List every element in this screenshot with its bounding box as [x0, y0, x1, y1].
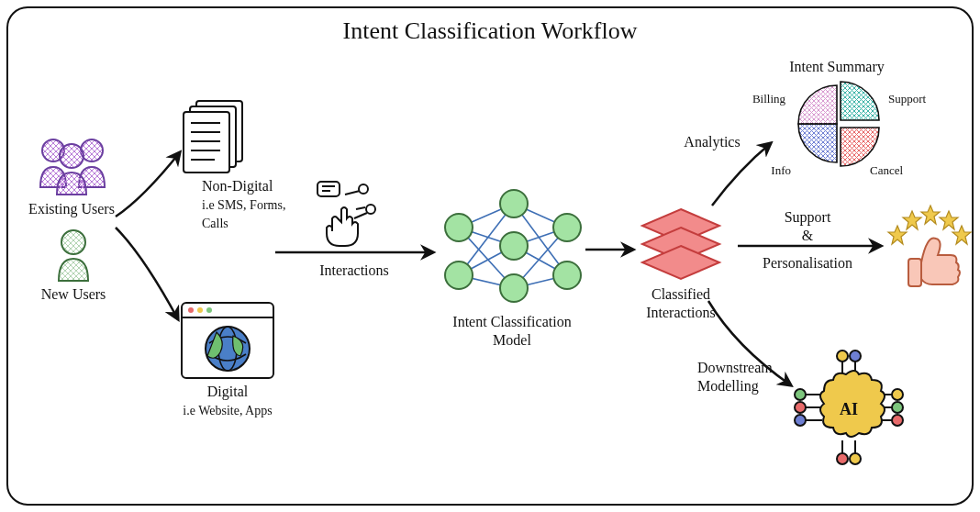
- svg-point-65: [837, 351, 848, 362]
- summary-title: Intent Summary: [789, 59, 885, 75]
- svg-point-16: [197, 307, 203, 313]
- layers-icon: [642, 209, 719, 279]
- analytics-label: Analytics: [684, 134, 740, 150]
- digital-label-2: i.e Website, Apps: [183, 404, 272, 417]
- svg-point-64: [892, 415, 903, 426]
- svg-text:AI: AI: [840, 400, 858, 418]
- non-digital-label-3: Calls: [202, 217, 228, 230]
- pie-cancel-label: Cancel: [870, 163, 903, 177]
- svg-point-63: [892, 402, 903, 413]
- existing-users-icon: [40, 139, 105, 195]
- pie-billing-label: Billing: [752, 92, 786, 106]
- support-label-1: Support: [785, 209, 831, 226]
- diagram-title: Intent Classification Workflow: [343, 17, 638, 44]
- svg-point-40: [500, 190, 528, 217]
- touch-icon: [317, 182, 375, 246]
- svg-point-61: [795, 415, 806, 426]
- non-digital-label-1: Non-Digital: [202, 178, 273, 195]
- model-label-2: Model: [493, 332, 531, 348]
- svg-point-15: [188, 307, 194, 313]
- downstream-label-1: Downstream: [697, 360, 773, 375]
- svg-point-17: [206, 307, 212, 313]
- svg-point-62: [892, 389, 903, 400]
- documents-icon: [184, 101, 242, 173]
- classified-label-2: Interactions: [646, 305, 716, 320]
- interactions-label: Interactions: [319, 262, 389, 278]
- support-label-3: Personalisation: [763, 255, 852, 271]
- new-users-label: New Users: [41, 286, 106, 302]
- svg-point-44: [553, 262, 581, 289]
- pie-info-label: Info: [771, 163, 791, 177]
- pie-chart-icon: [798, 82, 879, 166]
- pie-support-label: Support: [888, 92, 927, 106]
- svg-point-59: [795, 389, 806, 400]
- downstream-label-2: Modelling: [697, 378, 759, 395]
- svg-point-39: [445, 262, 473, 289]
- model-label-1: Intent Classification: [452, 314, 571, 329]
- svg-point-68: [850, 453, 861, 464]
- svg-point-3: [60, 144, 84, 168]
- thumbs-up-icon: [888, 206, 971, 286]
- diagram: Intent Classification Workflow Existing …: [0, 0, 980, 512]
- svg-rect-21: [317, 182, 340, 196]
- svg-point-4: [61, 230, 85, 254]
- new-user-icon: [59, 230, 88, 281]
- svg-point-24: [359, 184, 368, 194]
- svg-point-42: [500, 274, 528, 302]
- svg-point-60: [795, 402, 806, 413]
- svg-point-67: [837, 453, 848, 464]
- existing-users-label: Existing Users: [28, 201, 115, 217]
- svg-point-25: [366, 205, 375, 214]
- browser-icon: [182, 303, 273, 378]
- svg-point-66: [850, 351, 861, 362]
- digital-label-1: Digital: [207, 384, 249, 400]
- svg-point-43: [553, 214, 581, 241]
- svg-point-38: [445, 214, 473, 241]
- support-label-2: &: [802, 228, 814, 243]
- svg-point-41: [500, 232, 528, 260]
- neural-net-icon: [445, 190, 581, 302]
- svg-rect-47: [908, 259, 921, 286]
- non-digital-label-2: i.e SMS, Forms,: [202, 198, 285, 212]
- ai-chip-icon: AI: [795, 351, 903, 464]
- classified-label-1: Classified: [651, 286, 710, 302]
